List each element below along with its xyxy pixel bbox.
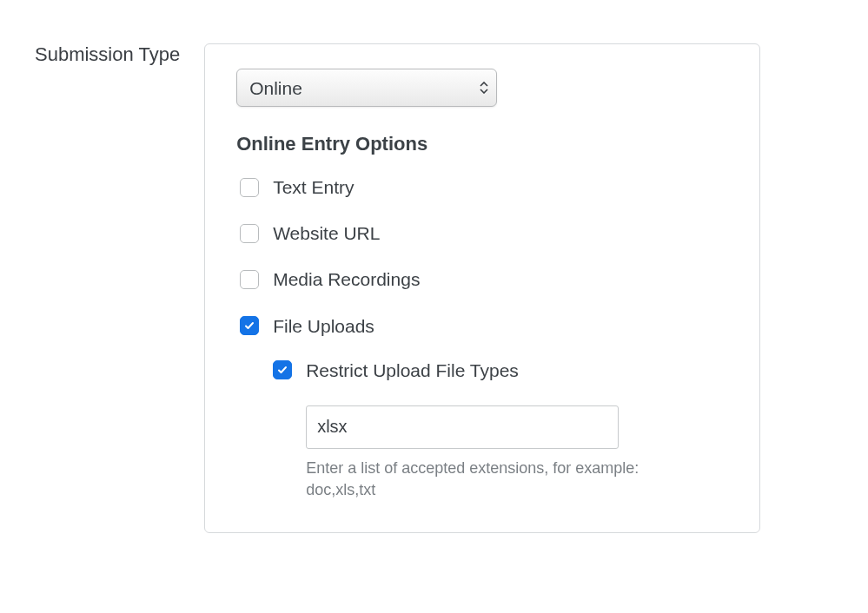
option-restrict-types: Restrict Upload File Types xyxy=(273,359,728,381)
submission-type-select-wrap: Online xyxy=(236,69,497,107)
option-file-uploads: File Uploads xyxy=(240,315,728,337)
option-website-url: Website URL xyxy=(240,222,728,244)
file-uploads-nested: Restrict Upload File Types Enter a list … xyxy=(273,359,728,502)
entry-options-list: Text Entry Website URL Med xyxy=(240,176,728,501)
extensions-input[interactable] xyxy=(306,405,619,449)
field-label: Submission Type xyxy=(35,43,180,66)
label-website-url: Website URL xyxy=(273,222,380,244)
extensions-hint: Enter a list of accepted extensions, for… xyxy=(306,458,688,501)
extensions-field: Enter a list of accepted extensions, for… xyxy=(306,405,728,501)
label-file-uploads: File Uploads xyxy=(273,315,374,337)
submission-type-select[interactable]: Online xyxy=(236,69,497,107)
label-restrict-types: Restrict Upload File Types xyxy=(306,359,519,381)
label-media-recordings: Media Recordings xyxy=(273,268,420,290)
section-heading: Online Entry Options xyxy=(236,133,728,155)
label-text-entry: Text Entry xyxy=(273,176,354,198)
option-media-recordings: Media Recordings xyxy=(240,268,728,290)
option-text-entry: Text Entry xyxy=(240,176,728,198)
submission-type-panel: Online Online Entry Options Text Entry xyxy=(204,43,760,533)
